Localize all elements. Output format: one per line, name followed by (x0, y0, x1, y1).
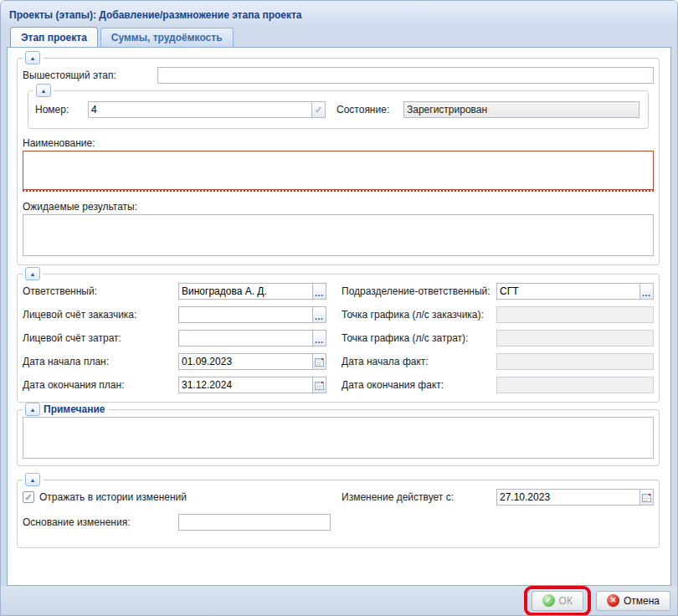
check-icon: ✓ (315, 105, 322, 115)
calendar-icon (642, 493, 651, 502)
invalid-underline (23, 190, 654, 192)
fact-start-date-field (496, 353, 654, 370)
change-reason-field (178, 514, 331, 531)
department-lookup-trigger[interactable]: … (639, 283, 654, 300)
number-input[interactable] (88, 101, 312, 118)
tab-label: Этап проекта (21, 32, 87, 44)
cancel-x-icon: ✕ (607, 594, 619, 607)
ok-check-icon: ✓ (542, 594, 555, 607)
name-textarea[interactable] (23, 151, 654, 190)
change-effective-date-input[interactable] (496, 489, 640, 506)
annotation-highlight: ✓ ОК (524, 586, 591, 616)
parent-stage-row: Вышестоящий этап: (23, 67, 654, 84)
ok-button-label: ОК (559, 595, 573, 607)
expense-account-input[interactable] (178, 330, 313, 346)
note-textarea[interactable] (23, 417, 654, 459)
fieldset-history-legend: ▲ (23, 473, 43, 486)
dialog-window: Проекты (этапы): Добавление/размножение … (0, 0, 678, 616)
state-field (403, 101, 639, 118)
cancel-button[interactable]: ✕ Отмена (596, 591, 670, 611)
expense-account-field: … (178, 330, 326, 346)
fieldset-note-legend: ▲ Примечание (23, 403, 108, 416)
fieldset-history: ▲ ✓ Отражать в истории изменений Изменен… (17, 480, 660, 548)
number-state-row: Номер: ✓ Состояние: (35, 101, 641, 118)
plan-start-date-calendar-trigger[interactable] (312, 353, 326, 370)
change-effective-date-calendar-trigger[interactable] (639, 489, 654, 506)
history-checkbox[interactable]: ✓ (23, 491, 34, 503)
plan-end-date-label: Дата окончания план: (23, 379, 178, 391)
schedule-point-expense-field (496, 330, 654, 346)
fieldset-main-legend: ▲ (23, 51, 43, 64)
fieldset-details: ▲ Ответственный: … Подразделение-ответст… (17, 274, 660, 403)
window-header: Проекты (этапы): Добавление/размножение … (1, 1, 677, 26)
fieldset-main: ▲ Вышестоящий этап: ▲ Номер: (17, 58, 660, 265)
tab-bar: Этап проекта Суммы, трудоёмкость (1, 26, 677, 47)
plan-end-date-field (178, 377, 326, 393)
ok-button[interactable]: ✓ ОК (532, 591, 583, 611)
fieldset-details-legend: ▲ (23, 267, 43, 280)
expected-results-label: Ожидаемые результаты: (23, 201, 654, 213)
fieldset-number-state: ▲ Номер: ✓ Состояние: (28, 90, 649, 129)
number-field: ✓ (88, 101, 326, 118)
department-field: … (496, 283, 654, 300)
form-panel: ▲ Вышестоящий этап: ▲ Номер: (7, 47, 671, 586)
tab-summy-trudoyomkost[interactable]: Суммы, трудоёмкость (100, 28, 234, 47)
collapse-icon[interactable]: ▲ (25, 51, 40, 64)
footer-toolbar: ✓ ОК ✕ Отмена (1, 586, 677, 615)
history-row: ✓ Отражать в истории изменений Изменение… (23, 489, 654, 506)
schedule-point-expense-input (496, 330, 654, 346)
fact-end-date-label: Дата окончания факт: (342, 379, 496, 391)
plan-start-date-label: Дата начала план: (23, 356, 178, 367)
responsible-lookup-trigger[interactable]: … (312, 283, 326, 300)
history-checkbox-block: ✓ Отражать в истории изменений (23, 491, 326, 503)
collapse-icon[interactable]: ▲ (25, 473, 40, 486)
collapse-icon[interactable]: ▲ (25, 403, 40, 416)
tab-etap-proekta[interactable]: Этап проекта (10, 27, 98, 47)
collapse-icon[interactable]: ▲ (25, 267, 40, 280)
window-title: Проекты (этапы): Добавление/размножение … (9, 9, 302, 21)
fact-end-date-field (496, 377, 654, 393)
plan-start-date-input[interactable] (178, 353, 313, 370)
fieldset-note: ▲ Примечание (17, 409, 660, 466)
schedule-point-customer-field (496, 306, 654, 323)
change-effective-date-label: Изменение действует с: (342, 491, 496, 503)
customer-account-lookup-trigger[interactable]: … (312, 306, 326, 323)
state-label: Состояние: (336, 104, 403, 116)
responsible-input[interactable] (178, 283, 313, 300)
tab-label: Суммы, трудоёмкость (111, 32, 223, 44)
parent-stage-input[interactable] (157, 67, 654, 84)
history-checkbox-label: Отражать в истории изменений (39, 491, 187, 503)
customer-account-input[interactable] (178, 306, 313, 323)
fieldset-number-state-legend: ▲ (33, 84, 54, 97)
fact-start-date-label: Дата начала факт: (342, 356, 496, 367)
expected-results-textarea[interactable] (23, 214, 654, 256)
calendar-icon (315, 357, 324, 367)
parent-stage-field (157, 67, 654, 84)
name-label: Наименование: (23, 137, 654, 149)
responsible-field: … (178, 283, 326, 300)
ellipsis-icon: … (315, 336, 325, 345)
schedule-point-customer-label: Точка графика (л/с заказчика): (342, 309, 496, 321)
ellipsis-icon: … (642, 289, 652, 298)
ellipsis-icon: … (315, 312, 325, 321)
plan-end-date-input[interactable] (178, 377, 313, 393)
expense-account-row: Лицевой счёт затрат: … Точка графика (л/… (23, 330, 654, 346)
change-reason-input[interactable] (178, 514, 331, 531)
state-readonly-input (403, 101, 639, 118)
checkbox-check-icon: ✓ (24, 493, 32, 502)
number-label: Номер: (35, 104, 88, 116)
plan-start-date-row: Дата начала план: Дата начала факт: (23, 353, 654, 370)
department-input[interactable] (496, 283, 640, 300)
customer-account-label: Лицевой счёт заказчика: (23, 309, 178, 321)
change-reason-label: Основание изменения: (23, 516, 178, 528)
customer-account-row: Лицевой счёт заказчика: … Точка графика … (23, 306, 654, 323)
expense-account-lookup-trigger[interactable]: … (312, 330, 326, 346)
schedule-point-customer-input (496, 306, 654, 323)
plan-end-date-calendar-trigger[interactable] (312, 377, 326, 393)
fact-start-date-input (496, 353, 654, 370)
ellipsis-icon: … (315, 289, 325, 298)
calendar-icon (315, 381, 324, 390)
number-check-trigger[interactable]: ✓ (311, 101, 326, 118)
stage-form: ▲ Вышестоящий этап: ▲ Номер: (8, 48, 670, 548)
collapse-icon[interactable]: ▲ (36, 84, 51, 97)
